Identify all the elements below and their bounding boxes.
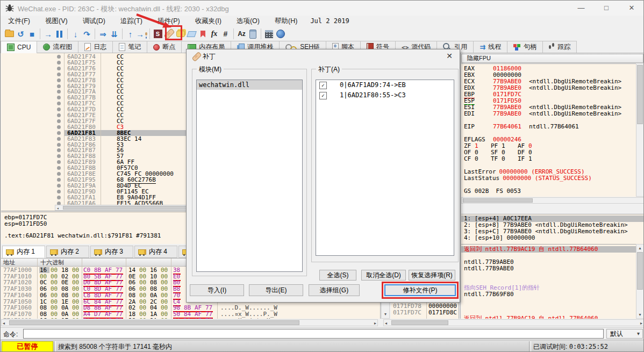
dump-horizontal-scrollbar[interactable]: ◂ ▸ — [1, 319, 378, 326]
stack-info-vertical-scrollbar[interactable]: ▴ ▾ — [636, 244, 644, 319]
memory-tab-3[interactable]: 内存 3 — [90, 246, 133, 258]
tab-流程图[interactable]: 流程图 — [37, 41, 78, 53]
run-to-icon[interactable]: ⇒ — [97, 27, 109, 40]
step-deep-icon[interactable]: ⇊ — [109, 27, 120, 40]
memory-tab-4[interactable]: 内存 4 — [134, 246, 177, 258]
tab-断点[interactable]: 断点 — [147, 41, 182, 53]
breakpoint-dot[interactable] — [57, 154, 61, 158]
labels-icon[interactable] — [186, 27, 197, 40]
argument-row[interactable]: 4: [esp+10] 00000000 — [461, 235, 644, 241]
breakpoint-dot[interactable] — [57, 113, 61, 117]
deselect-all-button[interactable]: 取消全选(D) — [361, 270, 406, 281]
restart-icon[interactable]: ↺ — [15, 27, 26, 40]
breakpoint-dot[interactable] — [57, 84, 61, 88]
tab-CPU[interactable]: CPU — [1, 41, 37, 53]
breakpoint-dot[interactable] — [57, 78, 61, 82]
patch-icon[interactable] — [163, 27, 175, 40]
breakpoint-dot[interactable] — [57, 107, 61, 111]
memory-tab-1[interactable]: 内存 1 — [2, 246, 45, 258]
breakpoint-dot[interactable] — [57, 160, 61, 164]
breakpoint-dot[interactable] — [57, 184, 61, 188]
stack-info-pane[interactable]: 返回到 ntdll.77B9AC19 自 ntdll.77B64060ntdll… — [461, 244, 636, 319]
open-folder-icon[interactable] — [4, 27, 15, 40]
restore-selection-button[interactable]: 恢复选择项(R) — [409, 270, 455, 281]
patch-list-item[interactable]: ✓0|6A7F1AD9:74->EB — [316, 80, 454, 90]
run-icon[interactable]: → — [42, 27, 54, 40]
menu-item[interactable]: 选项(O) — [229, 16, 267, 26]
menu-item[interactable]: 文件(F) — [1, 16, 38, 26]
close-button[interactable]: ✕ — [622, 3, 641, 13]
menu-item[interactable]: 插件(P) — [150, 16, 188, 26]
import-button[interactable]: 导入(I) — [190, 284, 244, 296]
breakpoint-dot[interactable] — [57, 196, 61, 199]
attach-icon[interactable]: → — [136, 27, 147, 40]
tab-句柄[interactable]: 句柄 — [507, 41, 543, 53]
breakpoint-dot[interactable] — [57, 143, 61, 147]
hash-icon[interactable]: # — [220, 27, 231, 40]
breakpoint-dot[interactable] — [57, 67, 61, 70]
patch-list[interactable]: ✓0|6A7F1AD9:74->EB✓1|6AD21F80:55->C3 — [316, 80, 454, 256]
tab-笔记[interactable]: 笔记 — [113, 41, 147, 53]
notes-icon — [119, 43, 125, 51]
select-all-button[interactable]: 全选(S) — [319, 270, 356, 281]
pause-icon[interactable] — [54, 27, 65, 40]
breakpoint-dot[interactable] — [57, 178, 61, 182]
export-button[interactable]: 导出(E) — [249, 284, 303, 296]
arguments-pane[interactable]: 1: [esp+4] A0C17EEA2: [esp+8] 77B9ABE0 <… — [461, 214, 644, 244]
breakpoint-dot[interactable] — [57, 166, 61, 170]
globe-icon[interactable] — [275, 27, 286, 40]
breakpoint-dot[interactable] — [57, 55, 61, 59]
stack-horizontal-scrollbar[interactable]: ◂ ▸ — [383, 319, 644, 326]
maximize-button[interactable]: □ — [597, 3, 616, 13]
menu-item[interactable]: 视图(V) — [38, 16, 75, 26]
hide-fpu-button[interactable]: 隐藏FPU — [461, 54, 643, 63]
breakpoint-dot[interactable] — [57, 131, 61, 135]
s-badge-icon[interactable]: S — [152, 27, 163, 40]
registers-horizontal-scrollbar[interactable] — [461, 197, 644, 204]
registers-vertical-scrollbar[interactable] — [636, 63, 644, 197]
breakpoint-dot[interactable] — [57, 90, 61, 94]
comments-icon[interactable] — [175, 27, 186, 40]
breakpoint-dot[interactable] — [57, 148, 61, 152]
breakpoint-dot[interactable] — [57, 172, 61, 176]
breakpoint-dot[interactable] — [57, 102, 61, 105]
menu-item[interactable]: 帮助(H) — [267, 16, 305, 26]
stack-row[interactable]: 0171FD7C0171FD8C — [391, 310, 459, 316]
bookmarks-icon[interactable] — [197, 27, 209, 40]
breakpoint-dot[interactable] — [57, 96, 61, 99]
command-script-dropdown[interactable]: 默认 — [606, 329, 643, 339]
breakpoint-dot[interactable] — [57, 61, 61, 64]
memory-tab-2[interactable]: 内存 2 — [46, 246, 89, 258]
menu-item[interactable]: 追踪(T) — [113, 16, 150, 26]
module-list[interactable]: wechatwin.dll — [196, 80, 303, 272]
breakpoint-dot[interactable] — [57, 137, 61, 141]
tab-线程[interactable]: 线程 — [474, 41, 507, 53]
dump-row[interactable]: 77AF10801C001E0070D9AF7728002A0044D9AF77… — [1, 318, 380, 319]
execute-return-icon[interactable]: ↑ — [125, 27, 136, 40]
menu-item[interactable]: 收藏夹(I) — [188, 16, 229, 26]
minimize-button[interactable]: — — [572, 3, 590, 13]
breakpoint-dot[interactable] — [57, 119, 61, 123]
stop-icon[interactable]: ■ — [26, 27, 38, 40]
fx-icon[interactable]: fx — [209, 27, 220, 40]
tab-日志[interactable]: 日志 — [78, 41, 113, 53]
phone-icon[interactable] — [247, 27, 259, 40]
calculator-icon[interactable] — [263, 27, 275, 40]
command-input[interactable] — [23, 329, 604, 339]
az-icon[interactable]: Az — [236, 27, 247, 40]
patch-file-button[interactable]: 修补文件(P) — [384, 284, 456, 296]
checkbox-checked-icon[interactable]: ✓ — [319, 82, 327, 89]
breakpoint-dot[interactable] — [57, 190, 61, 193]
select-group-button[interactable]: 选择组(G) — [309, 284, 360, 296]
step-over-icon[interactable]: ↷ — [81, 27, 92, 40]
breakpoint-dot[interactable] — [57, 125, 61, 129]
step-into-icon[interactable]: ↓ — [70, 27, 81, 40]
registers-pane[interactable]: EAX01186000EBX00000000ECX77B9ABE0<ntdll.… — [461, 63, 636, 197]
patch-list-item[interactable]: ✓1|6AD21F80:55->C3 — [316, 90, 454, 100]
checkbox-checked-icon[interactable]: ✓ — [319, 92, 327, 99]
module-list-item[interactable]: wechatwin.dll — [197, 80, 302, 90]
tab-跟踪[interactable]: 跟踪 — [543, 41, 577, 53]
dialog-close-icon[interactable]: ✕ — [443, 51, 455, 61]
breakpoint-dot[interactable] — [57, 73, 61, 76]
menu-item[interactable]: 调试(D) — [75, 16, 113, 26]
